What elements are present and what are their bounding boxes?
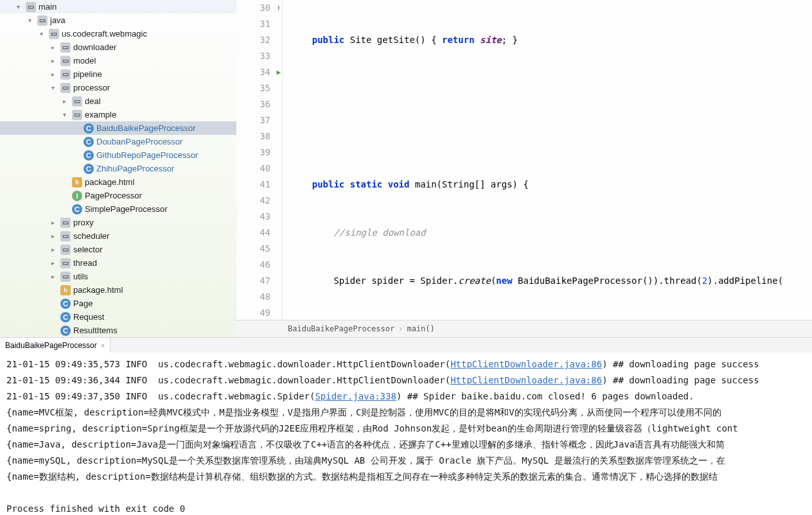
override-icon[interactable]: ⬆ (276, 0, 281, 16)
chevron-down-icon: ▾ (40, 30, 48, 37)
chevron-right-icon: › (398, 324, 403, 333)
folder-icon: ▭ (72, 110, 82, 120)
code-editor[interactable]: 30⬆31323334▶3536373839404142434445464748… (236, 0, 812, 337)
line-number: 39 (236, 144, 270, 161)
console-line: 21-01-15 09:49:36,344 INFO us.codecraft.… (6, 372, 806, 388)
line-number: 49 (236, 305, 270, 320)
tree-folder[interactable]: ▸ ▭ proxy (0, 216, 236, 229)
source-link[interactable]: Spider.java:338 (315, 391, 396, 401)
chevron-right-icon: ▸ (63, 98, 71, 105)
line-number: 42 (236, 193, 270, 209)
console-line: {name=MVC框架, description=经典MVC模式中，M是指业务模… (6, 405, 806, 421)
tree-label: BaiduBaikePageProcessor (96, 123, 196, 133)
folder-icon: ▭ (60, 69, 71, 80)
tree-file[interactable]: h package.html (0, 175, 236, 189)
line-number: 36 (236, 96, 270, 112)
tree-file[interactable]: C SimplePageProcessor (0, 202, 236, 216)
breadcrumb-item[interactable]: BaiduBaikePageProcessor (288, 324, 394, 333)
tree-label: main (39, 2, 57, 12)
package-icon: ▭ (49, 29, 59, 39)
tree-folder-java[interactable]: ▾ ▭ java (0, 13, 236, 27)
tree-file[interactable]: C DoubanPageProcessor (0, 135, 236, 148)
class-icon: C (60, 326, 71, 336)
tree-label: SimplePageProcessor (85, 204, 168, 214)
console-line: {name=spring, description=Spring框架是一个开放源… (6, 421, 806, 437)
folder-icon: ▭ (60, 258, 71, 268)
tree-label: us.codecraft.webmagic (62, 29, 147, 39)
tree-file[interactable]: C ResultItems (0, 324, 236, 337)
html-icon: h (60, 285, 71, 295)
tree-label: scheduler (73, 231, 109, 241)
chevron-down-icon: ▾ (51, 84, 59, 91)
line-number: 34▶ (236, 64, 270, 80)
console-exit: Process finished with exit code 0 (6, 501, 806, 515)
interface-icon: I (72, 191, 82, 201)
chevron-right-icon: ▸ (51, 273, 59, 280)
tree-file[interactable]: C GithubRepoPageProcessor (0, 148, 236, 162)
line-number: 41 (236, 177, 270, 193)
console-tab[interactable]: BaiduBaikePageProcessor × (0, 338, 110, 353)
run-icon[interactable]: ▶ (276, 64, 281, 80)
tree-folder-processor[interactable]: ▾ ▭ processor (0, 81, 236, 94)
console-line: 21-01-15 09:49:37,350 INFO us.codecraft.… (6, 388, 806, 405)
source-link[interactable]: HttpClientDownloader.java:86 (450, 375, 602, 385)
folder-icon: ▭ (60, 83, 71, 93)
tree-folder-deal[interactable]: ▸ ▭ deal (0, 94, 236, 108)
tree-folder-main[interactable]: ▾ ▭ main (0, 0, 236, 13)
close-icon[interactable]: × (101, 342, 105, 349)
folder-icon: ▭ (26, 2, 36, 12)
tree-file[interactable]: C ZhihuPageProcessor (0, 162, 236, 175)
console-output[interactable]: 21-01-15 09:49:35,573 INFO us.codecraft.… (0, 353, 812, 515)
tree-folder-example[interactable]: ▾ ▭ example (0, 108, 236, 121)
chevron-down-icon: ▾ (63, 111, 71, 118)
breadcrumb-item[interactable]: main() (407, 324, 434, 333)
line-gutter: 30⬆31323334▶3536373839404142434445464748… (236, 0, 283, 320)
tree-label: PageProcessor (85, 191, 142, 200)
tree-folder[interactable]: ▸ ▭ thread (0, 256, 236, 270)
line-number: 48 (236, 289, 270, 305)
line-number: 37 (236, 112, 270, 128)
breadcrumb[interactable]: BaiduBaikePageProcessor › main() (236, 320, 812, 337)
tree-label: model (73, 56, 96, 65)
tree-folder[interactable]: ▸ ▭ downloader (0, 40, 236, 54)
class-icon: C (84, 123, 94, 134)
tree-label: selector (73, 245, 103, 254)
chevron-right-icon: ▸ (51, 259, 59, 266)
tree-folder[interactable]: ▸ ▭ utils (0, 270, 236, 283)
tree-folder[interactable]: ▸ ▭ scheduler (0, 229, 236, 243)
class-icon: C (84, 164, 94, 174)
tree-file[interactable]: I PageProcessor (0, 189, 236, 202)
tree-label: proxy (73, 218, 94, 227)
console-line: 21-01-15 09:49:35,573 INFO us.codecraft.… (6, 356, 806, 372)
line-number: 35 (236, 80, 270, 96)
folder-icon: ▭ (60, 56, 71, 66)
chevron-right-icon: ▸ (51, 219, 59, 226)
tree-label: pipeline (73, 69, 102, 79)
line-number: 44 (236, 225, 270, 241)
project-tree[interactable]: ▾ ▭ main ▾ ▭ java ▾ ▭ us.codecraft.webma… (0, 0, 236, 337)
console-line: {name=Java, description=Java是一门面向对象编程语言，… (6, 437, 806, 453)
tree-file[interactable]: C BaiduBaikePageProcessor (0, 121, 236, 135)
folder-icon: ▭ (60, 231, 71, 241)
tree-label: processor (73, 83, 110, 92)
tree-label: java (50, 15, 66, 25)
console-line: {name=数据结构, description=数据结构是计算机存储、组织数据的… (6, 469, 806, 485)
class-icon: C (60, 299, 71, 309)
tree-package-root[interactable]: ▾ ▭ us.codecraft.webmagic (0, 27, 236, 40)
code-content[interactable]: public Site getSite() { return site; } p… (283, 0, 812, 320)
tree-folder[interactable]: ▸ ▭ model (0, 54, 236, 67)
tree-label: Page (73, 299, 93, 308)
class-icon: C (84, 150, 94, 161)
tree-folder[interactable]: ▸ ▭ pipeline (0, 67, 236, 81)
tree-folder[interactable]: ▸ ▭ selector (0, 243, 236, 256)
line-number: 32 (236, 32, 270, 48)
tree-label: thread (73, 258, 97, 268)
line-number: 38 (236, 128, 270, 144)
source-link[interactable]: HttpClientDownloader.java:86 (450, 359, 602, 369)
tree-label: ZhihuPageProcessor (96, 164, 174, 173)
class-icon: C (72, 204, 82, 214)
tree-label: DoubanPageProcessor (96, 137, 182, 146)
tree-file[interactable]: h package.html (0, 283, 236, 297)
tree-file[interactable]: C Page (0, 297, 236, 310)
tree-file[interactable]: C Request (0, 310, 236, 324)
